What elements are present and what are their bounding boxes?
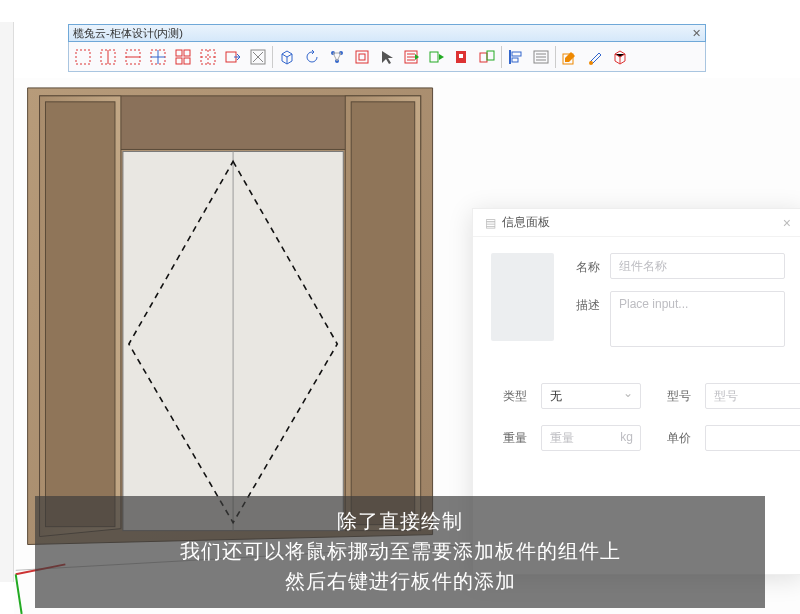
- subtitle-overlay: 除了直接绘制 我们还可以将鼠标挪动至需要添加板件的组件上 然后右键进行板件的添加: [35, 496, 765, 608]
- toolbar-separator: [555, 46, 556, 68]
- component-thumbnail: [491, 253, 554, 341]
- svg-rect-20: [356, 51, 368, 63]
- tool-box-red[interactable]: [450, 45, 474, 69]
- svg-rect-26: [430, 52, 438, 62]
- panel-icon: ▤: [485, 216, 496, 230]
- tool-cube-red[interactable]: [608, 45, 632, 69]
- svg-rect-29: [480, 53, 487, 62]
- tool-list-lines[interactable]: [529, 45, 553, 69]
- tool-arrow-right-box[interactable]: [221, 45, 245, 69]
- info-panel-title: 信息面板: [502, 214, 550, 231]
- plugin-toolbar: [68, 42, 706, 72]
- close-icon[interactable]: ✕: [692, 27, 701, 40]
- type-label: 类型: [491, 388, 527, 405]
- svg-rect-30: [487, 51, 494, 60]
- type-select-wrap: 无: [541, 383, 641, 409]
- subtitle-line-3: 然后右键进行板件的添加: [39, 566, 761, 596]
- tool-edit-orange[interactable]: [558, 45, 582, 69]
- tool-box-swap[interactable]: [475, 45, 499, 69]
- svg-rect-32: [512, 52, 521, 56]
- weight-unit: kg: [620, 430, 633, 444]
- svg-rect-11: [184, 58, 190, 64]
- tool-align-left[interactable]: [504, 45, 528, 69]
- svg-rect-43: [45, 102, 114, 527]
- svg-rect-33: [512, 58, 518, 62]
- plugin-title: 榄兔云-柜体设计(内测): [73, 26, 183, 41]
- subtitle-line-1: 除了直接绘制: [39, 506, 761, 536]
- svg-rect-12: [201, 50, 215, 64]
- toolbar-separator: [272, 46, 273, 68]
- svg-line-51: [16, 574, 22, 614]
- subtitle-line-2: 我们还可以将鼠标挪动至需要添加板件的组件上: [39, 536, 761, 566]
- tool-nodes[interactable]: [325, 45, 349, 69]
- desc-input[interactable]: [610, 291, 785, 347]
- svg-rect-10: [176, 58, 182, 64]
- desc-label: 描述: [572, 291, 600, 314]
- svg-rect-0: [76, 50, 90, 64]
- info-panel-header: ▤ 信息面板 ×: [473, 209, 800, 237]
- tool-undo[interactable]: [300, 45, 324, 69]
- tool-play-green[interactable]: [425, 45, 449, 69]
- tool-cube[interactable]: [275, 45, 299, 69]
- tool-grid-dashed[interactable]: [196, 45, 220, 69]
- svg-point-39: [589, 61, 593, 65]
- price-input[interactable]: [705, 425, 800, 451]
- type-select[interactable]: 无: [541, 383, 641, 409]
- plugin-titlebar: 榄兔云-柜体设计(内测) ✕: [68, 24, 706, 42]
- tool-crop[interactable]: [350, 45, 374, 69]
- tool-brush[interactable]: [583, 45, 607, 69]
- tool-cursor[interactable]: [375, 45, 399, 69]
- svg-rect-28: [459, 54, 463, 58]
- tool-rect-horiz[interactable]: [121, 45, 145, 69]
- tool-x-box[interactable]: [246, 45, 270, 69]
- svg-rect-8: [176, 50, 182, 56]
- weight-label: 重量: [491, 430, 527, 447]
- price-label: 单价: [655, 430, 691, 447]
- name-label: 名称: [572, 253, 600, 276]
- tool-rect-vert[interactable]: [96, 45, 120, 69]
- name-input[interactable]: [610, 253, 785, 279]
- svg-rect-45: [351, 102, 415, 525]
- tool-grid-2x2[interactable]: [171, 45, 195, 69]
- tool-rect-dashed[interactable]: [71, 45, 95, 69]
- sketchup-left-toolbar: [0, 22, 14, 582]
- tool-list-red[interactable]: [400, 45, 424, 69]
- close-icon[interactable]: ×: [783, 215, 791, 231]
- tool-rect-center[interactable]: [146, 45, 170, 69]
- model-label: 型号: [655, 388, 691, 405]
- model-input[interactable]: [705, 383, 800, 409]
- svg-rect-21: [359, 54, 365, 60]
- svg-rect-9: [184, 50, 190, 56]
- toolbar-separator: [501, 46, 502, 68]
